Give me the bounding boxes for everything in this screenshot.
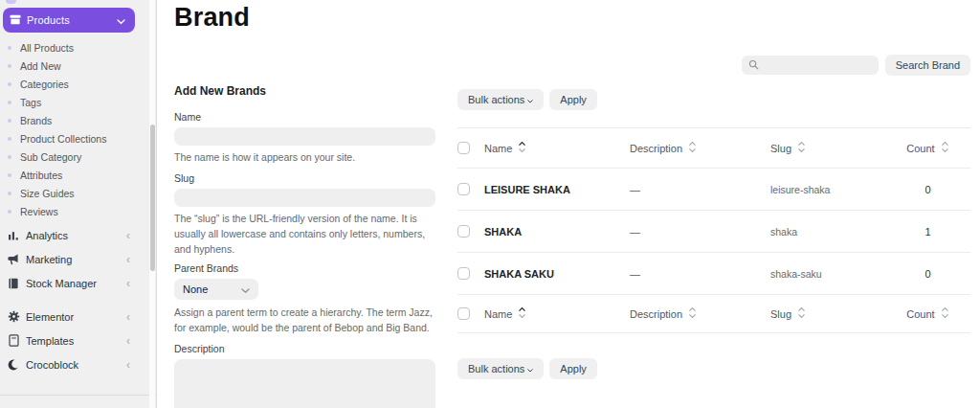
chevron-left-icon: ‹ — [126, 254, 130, 265]
slug-help: The “slug” is the URL-friendly version o… — [174, 211, 435, 257]
search-brand-button[interactable]: Search Brand — [885, 55, 970, 76]
gear-icon — [7, 310, 20, 323]
brand-name-link[interactable]: SHAKA SAKU — [484, 268, 630, 280]
column-header-slug[interactable]: Slug — [770, 141, 885, 155]
sidebar-item-label: Products — [27, 14, 111, 26]
column-header-count[interactable]: Count — [885, 306, 970, 321]
search-input[interactable] — [764, 58, 872, 72]
row-checkbox[interactable] — [457, 225, 470, 238]
brand-count: 1 — [885, 226, 970, 238]
sidebar-item-marketing[interactable]: Marketing ‹ — [0, 247, 151, 271]
parent-brands-select[interactable]: None — [174, 279, 258, 300]
main-content: Brand Add New Brands Name The name is ho… — [158, 0, 980, 408]
bulk-actions-label: Bulk actions — [468, 94, 524, 105]
brands-list-panel: Search Brand Bulk actions Apply Name Des… — [457, 0, 970, 379]
sidebar-item-label: Attributes — [20, 170, 62, 181]
sidebar-item-label: Sub Category — [20, 151, 81, 163]
brand-description: — — [630, 268, 770, 280]
brand-count: 0 — [885, 184, 970, 195]
bullet-icon — [8, 119, 11, 123]
sidebar-item-elementor[interactable]: Elementor ‹ — [0, 305, 151, 329]
description-label: Description — [174, 343, 435, 354]
sidebar-item-label: Stock Manager — [26, 278, 97, 289]
sidebar-item-all-products[interactable]: All Products — [0, 38, 151, 57]
products-submenu: All Products Add New Categories Tags Bra… — [0, 38, 151, 220]
sidebar-item-brands[interactable]: Brands — [0, 111, 151, 129]
chevron-down-icon — [527, 363, 533, 374]
sort-icon — [518, 306, 526, 321]
sidebar-item-size-guides[interactable]: Size Guides — [0, 184, 151, 202]
form-heading: Add New Brands — [174, 84, 435, 98]
sidebar-item-reviews[interactable]: Reviews — [0, 202, 151, 220]
sidebar-item-categories[interactable]: Categories — [0, 75, 151, 93]
sidebar-item-product-collections[interactable]: Product Collections — [0, 129, 151, 147]
sort-icon — [797, 306, 806, 321]
brand-name-link[interactable]: LEISURE SHAKA — [484, 184, 630, 195]
column-label: Name — [484, 308, 512, 320]
sidebar-item-tags[interactable]: Tags — [0, 93, 151, 111]
description-textarea[interactable] — [174, 359, 435, 408]
add-new-brand-form: Add New Brands Name The name is how it a… — [174, 84, 435, 408]
column-header-count[interactable]: Count — [885, 141, 970, 155]
row-checkbox[interactable] — [457, 267, 470, 280]
apply-button[interactable]: Apply — [549, 358, 597, 379]
column-label: Description — [630, 143, 682, 154]
table-row: LEISURE SHAKA — leisure-shaka 0 — [457, 169, 970, 211]
sort-icon — [518, 141, 526, 155]
sidebar-item-templates[interactable]: Templates ‹ — [0, 329, 151, 352]
sidebar-item-label: Add New — [20, 60, 61, 72]
brand-count: 0 — [885, 268, 970, 280]
sidebar-item-label: All Products — [20, 42, 74, 54]
sidebar-scrollbar-thumb[interactable] — [150, 125, 155, 271]
bullet-icon — [8, 137, 11, 141]
bulk-actions-select[interactable]: Bulk actions — [457, 89, 544, 110]
select-all-checkbox[interactable] — [457, 307, 470, 320]
column-header-description[interactable]: Description — [630, 306, 770, 321]
sidebar-item-label: Product Collections — [20, 133, 106, 145]
search-row: Search Brand — [457, 55, 970, 76]
bulk-actions-select[interactable]: Bulk actions — [457, 358, 544, 379]
column-label: Name — [484, 143, 512, 154]
sidebar-item-attributes[interactable]: Attributes — [0, 166, 151, 184]
brand-name-link[interactable]: SHAKA — [484, 226, 630, 238]
slug-input[interactable] — [174, 189, 435, 207]
sidebar-item-stock-manager[interactable]: Stock Manager ‹ — [0, 271, 151, 295]
sort-icon — [941, 306, 949, 321]
column-header-slug[interactable]: Slug — [770, 306, 885, 321]
sidebar-item-label: Crocoblock — [26, 359, 78, 371]
brand-slug: shaka-saku — [770, 268, 885, 280]
brand-description: — — [630, 226, 770, 238]
bullet-icon — [8, 192, 11, 195]
table-row: SHAKA SAKU — shaka-saku 0 — [457, 253, 970, 295]
sidebar-item-label: Analytics — [26, 230, 68, 241]
column-header-name[interactable]: Name — [484, 306, 630, 321]
apply-button[interactable]: Apply — [549, 89, 597, 110]
select-all-checkbox[interactable] — [457, 142, 470, 154]
bullet-icon — [8, 82, 11, 86]
sidebar-item-add-new[interactable]: Add New — [0, 57, 151, 75]
parent-brands-label: Parent Brands — [174, 262, 435, 274]
column-header-name[interactable]: Name — [484, 141, 630, 155]
chevron-left-icon: ‹ — [126, 359, 130, 371]
column-label: Description — [630, 308, 682, 320]
column-label: Count — [906, 308, 934, 320]
sidebar-item-label: Marketing — [26, 254, 72, 265]
book-icon — [7, 278, 20, 289]
sidebar-item-sub-category[interactable]: Sub Category — [0, 147, 151, 166]
search-box[interactable] — [742, 56, 879, 75]
sidebar-item-analytics[interactable]: Analytics ‹ — [0, 223, 151, 247]
crescent-icon — [7, 359, 20, 371]
slug-label: Slug — [174, 172, 435, 184]
sidebar-item-label: Categories — [20, 79, 69, 90]
sidebar-item-products[interactable]: Products — [3, 8, 135, 33]
brand-description: — — [630, 184, 770, 195]
bullet-icon — [8, 101, 11, 104]
column-header-description[interactable]: Description — [630, 141, 770, 155]
sidebar: Products All Products Add New Categories… — [0, 0, 157, 408]
sidebar-item-crocoblock[interactable]: Crocoblock ‹ — [0, 352, 151, 376]
name-input[interactable] — [174, 127, 435, 146]
column-label: Count — [906, 143, 934, 154]
row-checkbox[interactable] — [457, 183, 470, 195]
bulk-actions-row-bottom: Bulk actions Apply — [457, 358, 970, 379]
sidebar-sections: Analytics ‹ Marketing ‹ Stock Manager ‹ — [0, 223, 151, 295]
